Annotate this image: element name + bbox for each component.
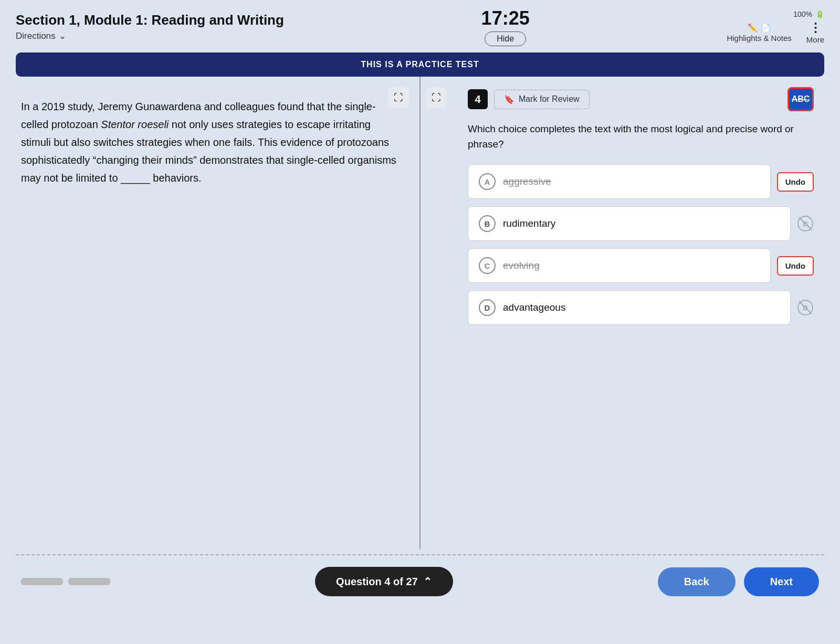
answer-choice-d[interactable]: D advantageous	[468, 290, 791, 325]
answer-choice-row-d: D advantageous D	[468, 290, 814, 325]
mark-for-review-button[interactable]: 🔖 Mark for Review	[494, 90, 590, 109]
footer-pill-2	[68, 578, 110, 585]
header-left: Section 1, Module 1: Reading and Writing…	[16, 12, 284, 41]
answer-choice-a[interactable]: A aggressive	[468, 164, 771, 199]
battery-icon: 🔋	[815, 10, 824, 18]
undo-button-a[interactable]: Undo	[777, 172, 814, 192]
practice-banner: THIS IS A PRACTICE TEST	[16, 52, 824, 77]
choice-circle-d: D	[479, 299, 496, 316]
choice-text-b: rudimentary	[503, 218, 555, 229]
main-content: ⛶ In a 2019 study, Jeremy Gunawardena an…	[16, 77, 824, 549]
header-actions: ✏️ 📄 Highlights & Notes ⋮ More	[727, 22, 824, 44]
more-button[interactable]: ⋮ More	[806, 22, 824, 44]
bookmark-icon: 🔖	[504, 94, 514, 104]
answer-choice-c[interactable]: C evolving	[468, 248, 771, 283]
section-title: Section 1, Module 1: Reading and Writing	[16, 12, 284, 28]
footer: Question 4 of 27 ⌃ Back Next	[0, 555, 840, 608]
question-text: Which choice completes the text with the…	[436, 122, 814, 152]
passage-text: In a 2019 study, Jeremy Gunawardena and …	[21, 98, 398, 187]
question-counter-label: Question 4 of 27	[336, 576, 418, 588]
choice-circle-a: A	[479, 173, 496, 190]
timer-display: 17:25	[481, 7, 530, 29]
footer-right: Back Next	[658, 567, 819, 596]
choice-text-c: evolving	[503, 260, 540, 271]
answer-choice-row-a: A aggressive Undo	[468, 164, 814, 199]
chevron-down-icon: ⌄	[59, 30, 66, 41]
hide-button[interactable]: Hide	[485, 31, 526, 46]
header-right: 100% 🔋 ✏️ 📄 Highlights & Notes ⋮ More	[727, 10, 824, 44]
header-center: 17:25 Hide	[481, 7, 530, 46]
choice-circle-c: C	[479, 257, 496, 274]
footer-pill-1	[21, 578, 63, 585]
answer-choices: A aggressive Undo B rudimentary B	[436, 164, 814, 325]
answer-choice-row-c: C evolving Undo	[468, 248, 814, 283]
svg-line-2	[799, 217, 812, 230]
crossed-circle-d: D	[797, 299, 814, 316]
choice-text-d: advantageous	[503, 302, 565, 313]
choice-circle-b: B	[479, 215, 496, 232]
expand-icon: ⛶	[394, 92, 403, 103]
chevron-up-icon: ⌃	[423, 575, 432, 588]
svg-line-5	[799, 301, 812, 314]
crossed-circle-b: B	[797, 215, 814, 232]
question-num-mark: 4 🔖 Mark for Review	[468, 89, 590, 109]
expand-left-button[interactable]: ⛶	[388, 87, 409, 108]
battery-percent: 100%	[793, 10, 812, 18]
question-number-badge: 4	[468, 89, 488, 109]
expand-icon-right: ⛶	[432, 92, 441, 103]
choice-text-a: aggressive	[503, 176, 551, 187]
highlights-notes-button[interactable]: ✏️ 📄 Highlights & Notes	[727, 23, 791, 43]
next-button[interactable]: Next	[744, 567, 819, 596]
footer-left	[21, 578, 110, 585]
header: Section 1, Module 1: Reading and Writing…	[0, 0, 840, 52]
directions-button[interactable]: Directions ⌄	[16, 30, 284, 41]
undo-button-c[interactable]: Undo	[777, 256, 814, 276]
question-counter-button[interactable]: Question 4 of 27 ⌃	[315, 567, 453, 596]
expand-right-button[interactable]: ⛶	[426, 87, 447, 108]
right-panel: ⛶ 4 🔖 Mark for Review ABC Which choice c…	[421, 77, 824, 549]
left-panel: ⛶ In a 2019 study, Jeremy Gunawardena an…	[16, 77, 421, 549]
document-icon: 📄	[761, 23, 771, 33]
battery-display: 100% 🔋	[793, 10, 824, 18]
answer-choice-b[interactable]: B rudimentary	[468, 206, 791, 241]
back-button[interactable]: Back	[658, 567, 736, 596]
three-dots-icon: ⋮	[809, 22, 822, 34]
abc-eliminate-button[interactable]: ABC	[788, 87, 814, 111]
question-header: 4 🔖 Mark for Review ABC	[436, 87, 814, 111]
pencil-icon: ✏️	[748, 23, 758, 33]
answer-choice-row-b: B rudimentary B	[468, 206, 814, 241]
highlights-icons: ✏️ 📄	[748, 23, 771, 33]
